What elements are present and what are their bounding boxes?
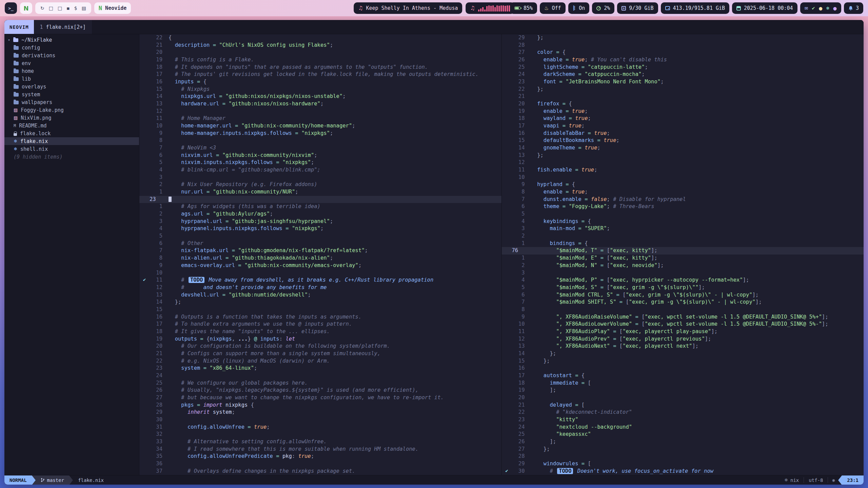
code-line[interactable]: 12 ", XF86AudioPrev" = ["exec, playerctl… xyxy=(502,336,864,343)
code-line[interactable]: 9 emacs-overlay.url = "github:nix-commun… xyxy=(139,262,501,269)
code-line[interactable]: 27 }; xyxy=(502,446,864,453)
notifications-pill[interactable]: 3 xyxy=(844,2,863,14)
code-line[interactable]: 11 ", XF86AudioPlay" = ["exec, playerctl… xyxy=(502,328,864,336)
code-line[interactable]: 3 hyprpanel.url = "github:jas-singhfsu/h… xyxy=(139,218,501,225)
code-line[interactable]: 21 delayed = [ xyxy=(502,402,864,409)
code-line[interactable]: 27 # but because we want to change the n… xyxy=(139,394,501,402)
code-line[interactable]: 9 hyprland = { xyxy=(502,181,864,188)
code-line[interactable]: 2 "$mainMod, N" = ["exec, neovide"]; xyxy=(502,262,864,269)
code-line[interactable]: 8 enable = true; xyxy=(502,188,864,196)
code-line[interactable]: 12 xyxy=(502,159,864,166)
check-icon[interactable]: ✔ xyxy=(811,6,815,11)
tree-item-home[interactable]: home xyxy=(4,67,139,75)
tree-item-wallpapers[interactable]: wallpapers xyxy=(4,98,139,106)
code-line[interactable]: 12 # and doesn't provide any benefits fo… xyxy=(139,284,501,291)
code-line[interactable]: 3 xyxy=(502,269,864,277)
code-line[interactable]: 33 # Alternative to setting config.allow… xyxy=(139,438,501,446)
code-line[interactable]: 25 "keepassxc" xyxy=(502,431,864,438)
code-line[interactable]: 18 wayland = true; xyxy=(502,115,864,122)
code-line[interactable]: 10 home-manager.url = "github:nix-commun… xyxy=(139,122,501,130)
media-player-pill[interactable]: ♫ Keep Shelly In Athens - Medusa xyxy=(354,2,462,14)
code-line[interactable]: 6 "$mainMod CTRL, S" = ["exec, grim -g \… xyxy=(502,291,864,299)
code-line[interactable]: 7 nix-flatpak.url = "github:gmodena/nix-… xyxy=(139,247,501,255)
code-line[interactable]: 10 xyxy=(502,174,864,181)
code-line[interactable]: 6 theme = "Foggy-Lake"; # Three-Bears xyxy=(502,203,864,210)
tree-item-shell-nix[interactable]: ❄shell.nix xyxy=(4,145,139,153)
code-line[interactable]: 34 # I read somewhere that this is more … xyxy=(139,446,501,453)
cpu-module[interactable]: 2% xyxy=(592,2,614,14)
code-line[interactable]: 31 config.allowUnfree = true; xyxy=(139,424,501,431)
code-line[interactable]: 22{ xyxy=(139,34,501,42)
code-line[interactable]: 8 xyxy=(139,137,501,144)
code-line[interactable]: 11 # Home Manager xyxy=(139,115,501,122)
bluetooth-module[interactable]: ᛒOn xyxy=(568,2,590,14)
code-line[interactable]: 21 xyxy=(502,93,864,100)
code-line[interactable]: 20 # Our configuration is buildable on t… xyxy=(139,343,501,350)
code-line[interactable]: 23 xyxy=(139,196,501,203)
code-line[interactable]: 76 "$mainMod, T" = ["exec, kitty"]; xyxy=(502,247,864,255)
code-line[interactable]: 7 dunst.enable = false; # Disable for hy… xyxy=(502,196,864,203)
code-line[interactable]: 5 xyxy=(139,232,501,240)
tree-item-foggy-lake-png[interactable]: ▨Foggy-Lake.png xyxy=(4,106,139,114)
code-line[interactable]: 13 }; xyxy=(502,152,864,159)
workspace-terminal[interactable] xyxy=(5,2,17,14)
code-line[interactable]: 28 xyxy=(502,42,864,49)
code-line[interactable]: 23 font = "JetBrainsMono Nerd Font Mono"… xyxy=(502,78,864,86)
refresh-icon[interactable]: ↻ xyxy=(40,6,44,11)
code-line[interactable]: 35 config.allowUnfreePredicate = pkg: tr… xyxy=(139,453,501,460)
stack-icon[interactable]: ▤ xyxy=(82,6,86,11)
nix-icon[interactable]: ❄ xyxy=(826,6,830,11)
code-line[interactable]: ✔11 # TODO Move away from devshell, as i… xyxy=(139,277,501,284)
code-line[interactable]: 6 # Other xyxy=(139,240,501,247)
tree-item-env[interactable]: env xyxy=(4,59,139,67)
code-line[interactable]: 20 firefox = { xyxy=(502,100,864,108)
code-line[interactable]: 17 autostart = { xyxy=(502,372,864,380)
code-line[interactable]: ✔30 # TODO Doesn't work, use focus_on_ac… xyxy=(502,468,864,475)
memory-module[interactable]: 9/30 GiB xyxy=(617,2,658,14)
idle-inhibitor-module[interactable]: ♨Off xyxy=(540,2,566,14)
code-line[interactable]: 13 hardware.url = "github:nixos/nixos-ha… xyxy=(139,100,501,108)
code-line[interactable]: 7 # NeoVim <3 xyxy=(139,144,501,152)
code-line[interactable]: 6 nixvim.url = "github:nix-community/nix… xyxy=(139,152,501,159)
code-line[interactable]: 30 xyxy=(139,416,501,424)
active-app-pill[interactable]: Neovide xyxy=(94,2,131,14)
code-line[interactable]: 4 # blink-cmp.url = "github:saghen/blink… xyxy=(139,166,501,174)
code-line[interactable]: 10 xyxy=(139,269,501,277)
code-line[interactable]: 26 # Usually, "nixpkgs.legacyPackages.${… xyxy=(139,387,501,394)
code-line[interactable]: 22 # e.g. NixOS (linux) and MacOS (darwi… xyxy=(139,358,501,365)
brightness-icon[interactable]: ● xyxy=(818,6,822,11)
dollar-icon[interactable]: $ xyxy=(74,6,77,11)
code-line[interactable]: 29 inherit system; xyxy=(139,409,501,416)
code-line[interactable]: 3 xyxy=(139,174,501,181)
tree-item-overlays[interactable]: overlays xyxy=(4,83,139,90)
tree-item-system[interactable]: system xyxy=(4,90,139,98)
code-line[interactable]: 23 system = "x86_64-linux"; xyxy=(139,365,501,372)
code-line[interactable]: 15 xyxy=(139,306,501,313)
code-line[interactable]: 9 ", XF86AudioRaiseVolume" = ["exec, wpc… xyxy=(502,313,864,321)
code-line[interactable]: 24 darkScheme = "catppuccin-mocha"; xyxy=(502,71,864,78)
tree-item-readme-md[interactable]: MREADME.md xyxy=(4,122,139,129)
tree-item-config[interactable]: config xyxy=(4,44,139,52)
code-line[interactable]: 15 defaultBookmarks = true; xyxy=(502,137,864,144)
code-line[interactable]: 1 "$mainMod, E" = ["exec, kitty"]; xyxy=(502,255,864,262)
tab-flake-nix[interactable]: 1 flake.nix[2+] xyxy=(34,20,92,34)
code-line[interactable]: 19 enable = true; xyxy=(502,108,864,115)
palette-icon[interactable]: ● xyxy=(833,6,837,11)
code-line[interactable]: 26 ]; xyxy=(502,438,864,446)
workspace-neovim[interactable] xyxy=(20,2,32,14)
code-line[interactable]: 19 ]; xyxy=(502,387,864,394)
code-line[interactable]: 11 fish.enable = true; xyxy=(502,166,864,174)
code-line[interactable]: 17 # The inputs' git revisions get locke… xyxy=(139,71,501,78)
code-line[interactable]: 27 color = { xyxy=(502,49,864,56)
code-line[interactable]: 8 xyxy=(502,306,864,313)
window-icon[interactable]: □ xyxy=(49,6,53,11)
code-line[interactable]: 8 nix-alien.url = "github:thiagokokada/n… xyxy=(139,255,501,262)
tree-item-nixvim-png[interactable]: ▨NixVim.png xyxy=(4,114,139,122)
code-line[interactable]: 15 # Nixpkgs xyxy=(139,86,501,93)
code-line[interactable]: 4 "$mainMod, P" = ["exec, hyprpicker --a… xyxy=(502,277,864,284)
code-line[interactable]: 18 # It depends on "inputs" that are pas… xyxy=(139,64,501,71)
code-line[interactable]: 24 xyxy=(139,372,501,380)
code-line[interactable]: 5 xyxy=(502,210,864,218)
code-line[interactable]: 22 # "kdeconnect-indicator" xyxy=(502,409,864,416)
code-line[interactable]: 28 pkgs = import nixpkgs { xyxy=(139,402,501,409)
